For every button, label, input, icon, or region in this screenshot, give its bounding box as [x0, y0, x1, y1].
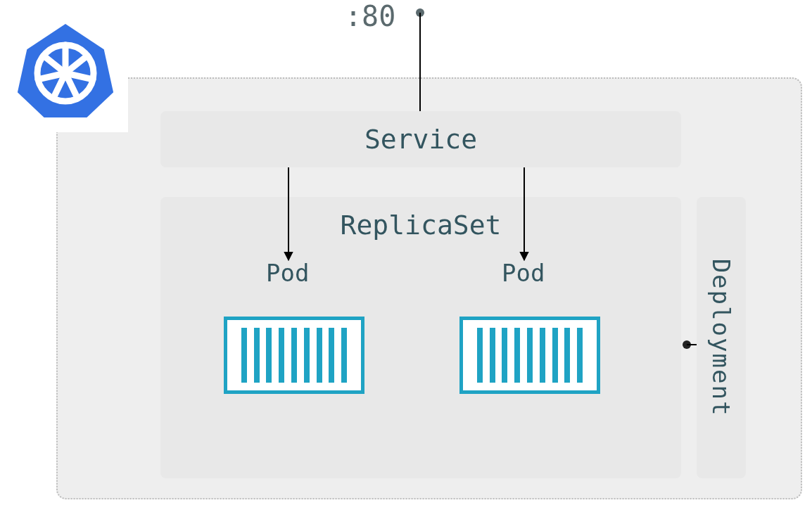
- pod-label-1: Pod: [266, 259, 309, 287]
- pod-label-2: Pod: [502, 259, 545, 287]
- port-label: :80: [345, 0, 395, 32]
- replicaset-label: ReplicaSet: [160, 210, 681, 241]
- replicaset-box: ReplicaSet Pod Pod: [160, 197, 681, 478]
- deployment-box: Deployment: [697, 197, 746, 478]
- container-icon: [224, 317, 364, 394]
- kubernetes-logo-icon: [3, 7, 128, 132]
- kubernetes-architecture-diagram: :80 Serv: [0, 0, 812, 517]
- service-label: Service: [364, 124, 477, 155]
- service-box: Service: [160, 111, 681, 167]
- deployment-label: Deployment: [707, 259, 735, 417]
- container-icon: [459, 317, 600, 394]
- port-endpoint-dot: [416, 8, 424, 17]
